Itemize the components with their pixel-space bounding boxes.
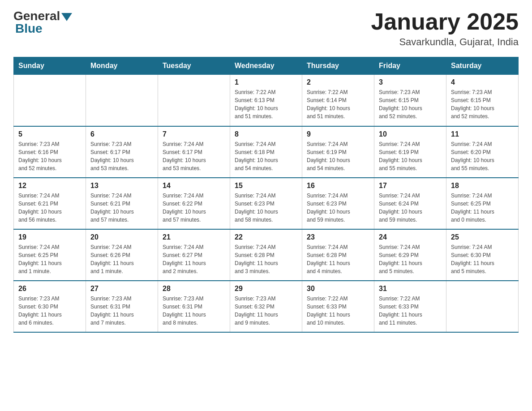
day-number: 25 xyxy=(451,233,514,241)
logo-blue-text: Blue xyxy=(15,21,43,36)
calendar-cell: 24Sunrise: 7:24 AM Sunset: 6:29 PM Dayli… xyxy=(374,229,446,281)
day-info: Sunrise: 7:24 AM Sunset: 6:19 PM Dayligh… xyxy=(307,140,369,172)
day-number: 17 xyxy=(379,182,442,190)
day-of-week-header: Tuesday xyxy=(158,57,230,75)
day-number: 26 xyxy=(18,285,81,293)
day-number: 4 xyxy=(451,78,514,86)
day-info: Sunrise: 7:24 AM Sunset: 6:30 PM Dayligh… xyxy=(451,243,514,275)
calendar-week-row: 5Sunrise: 7:23 AM Sunset: 6:16 PM Daylig… xyxy=(14,126,519,178)
calendar-cell: 4Sunrise: 7:23 AM Sunset: 6:15 PM Daylig… xyxy=(446,75,519,126)
calendar-table: SundayMondayTuesdayWednesdayThursdayFrid… xyxy=(13,57,519,333)
day-info: Sunrise: 7:24 AM Sunset: 6:21 PM Dayligh… xyxy=(90,192,153,224)
day-number: 16 xyxy=(307,182,369,190)
day-info: Sunrise: 7:24 AM Sunset: 6:18 PM Dayligh… xyxy=(235,140,297,172)
calendar-cell: 7Sunrise: 7:24 AM Sunset: 6:17 PM Daylig… xyxy=(158,126,230,178)
calendar-cell: 31Sunrise: 7:22 AM Sunset: 6:33 PM Dayli… xyxy=(374,281,446,332)
calendar-week-row: 26Sunrise: 7:23 AM Sunset: 6:30 PM Dayli… xyxy=(14,281,519,332)
calendar-cell xyxy=(446,281,519,332)
calendar-cell xyxy=(14,75,86,126)
calendar-cell: 18Sunrise: 7:24 AM Sunset: 6:25 PM Dayli… xyxy=(446,178,519,229)
calendar-cell: 3Sunrise: 7:23 AM Sunset: 6:15 PM Daylig… xyxy=(374,75,446,126)
day-number: 12 xyxy=(18,182,81,190)
day-info: Sunrise: 7:22 AM Sunset: 6:33 PM Dayligh… xyxy=(307,295,369,327)
day-number: 1 xyxy=(235,78,297,86)
calendar-cell: 30Sunrise: 7:22 AM Sunset: 6:33 PM Dayli… xyxy=(302,281,374,332)
calendar-week-row: 19Sunrise: 7:24 AM Sunset: 6:25 PM Dayli… xyxy=(14,229,519,281)
day-number: 19 xyxy=(18,233,81,241)
day-number: 22 xyxy=(235,233,297,241)
day-number: 13 xyxy=(90,182,153,190)
calendar-cell: 1Sunrise: 7:22 AM Sunset: 6:13 PM Daylig… xyxy=(230,75,302,126)
day-info: Sunrise: 7:24 AM Sunset: 6:29 PM Dayligh… xyxy=(379,243,442,275)
day-info: Sunrise: 7:24 AM Sunset: 6:22 PM Dayligh… xyxy=(163,192,225,224)
calendar-cell: 29Sunrise: 7:23 AM Sunset: 6:32 PM Dayli… xyxy=(230,281,302,332)
day-info: Sunrise: 7:24 AM Sunset: 6:21 PM Dayligh… xyxy=(18,192,81,224)
day-number: 7 xyxy=(163,130,225,138)
calendar-cell: 9Sunrise: 7:24 AM Sunset: 6:19 PM Daylig… xyxy=(302,126,374,178)
day-info: Sunrise: 7:24 AM Sunset: 6:19 PM Dayligh… xyxy=(379,140,442,172)
calendar-cell: 8Sunrise: 7:24 AM Sunset: 6:18 PM Daylig… xyxy=(230,126,302,178)
calendar-cell: 27Sunrise: 7:23 AM Sunset: 6:31 PM Dayli… xyxy=(86,281,158,332)
day-of-week-header: Friday xyxy=(374,57,446,75)
day-number: 11 xyxy=(451,130,514,138)
day-info: Sunrise: 7:23 AM Sunset: 6:32 PM Dayligh… xyxy=(235,295,297,327)
day-of-week-header: Thursday xyxy=(302,57,374,75)
calendar-cell: 15Sunrise: 7:24 AM Sunset: 6:23 PM Dayli… xyxy=(230,178,302,229)
day-number: 15 xyxy=(235,182,297,190)
calendar-cell: 13Sunrise: 7:24 AM Sunset: 6:21 PM Dayli… xyxy=(86,178,158,229)
calendar-cell: 10Sunrise: 7:24 AM Sunset: 6:19 PM Dayli… xyxy=(374,126,446,178)
day-info: Sunrise: 7:24 AM Sunset: 6:17 PM Dayligh… xyxy=(163,140,225,172)
day-info: Sunrise: 7:23 AM Sunset: 6:31 PM Dayligh… xyxy=(163,295,225,327)
day-of-week-header: Saturday xyxy=(446,57,519,75)
calendar-cell: 11Sunrise: 7:24 AM Sunset: 6:20 PM Dayli… xyxy=(446,126,519,178)
day-number: 18 xyxy=(451,182,514,190)
calendar-cell: 14Sunrise: 7:24 AM Sunset: 6:22 PM Dayli… xyxy=(158,178,230,229)
page-header: General Blue January 2025 Savarkundla, G… xyxy=(13,9,519,48)
day-number: 20 xyxy=(90,233,153,241)
calendar-cell: 2Sunrise: 7:22 AM Sunset: 6:14 PM Daylig… xyxy=(302,75,374,126)
day-info: Sunrise: 7:24 AM Sunset: 6:27 PM Dayligh… xyxy=(163,243,225,275)
day-of-week-header: Sunday xyxy=(14,57,86,75)
day-number: 3 xyxy=(379,78,442,86)
calendar-cell: 6Sunrise: 7:23 AM Sunset: 6:17 PM Daylig… xyxy=(86,126,158,178)
day-info: Sunrise: 7:22 AM Sunset: 6:14 PM Dayligh… xyxy=(307,88,369,120)
day-info: Sunrise: 7:24 AM Sunset: 6:20 PM Dayligh… xyxy=(451,140,514,172)
calendar-cell: 25Sunrise: 7:24 AM Sunset: 6:30 PM Dayli… xyxy=(446,229,519,281)
day-info: Sunrise: 7:24 AM Sunset: 6:25 PM Dayligh… xyxy=(18,243,81,275)
day-info: Sunrise: 7:24 AM Sunset: 6:23 PM Dayligh… xyxy=(235,192,297,224)
calendar-cell: 20Sunrise: 7:24 AM Sunset: 6:26 PM Dayli… xyxy=(86,229,158,281)
calendar-cell: 12Sunrise: 7:24 AM Sunset: 6:21 PM Dayli… xyxy=(14,178,86,229)
title-block: January 2025 Savarkundla, Gujarat, India xyxy=(371,9,519,48)
day-number: 24 xyxy=(379,233,442,241)
day-number: 8 xyxy=(235,130,297,138)
day-info: Sunrise: 7:23 AM Sunset: 6:30 PM Dayligh… xyxy=(18,295,81,327)
day-number: 5 xyxy=(18,130,81,138)
day-number: 2 xyxy=(307,78,369,86)
calendar-cell: 5Sunrise: 7:23 AM Sunset: 6:16 PM Daylig… xyxy=(14,126,86,178)
calendar-header-row: SundayMondayTuesdayWednesdayThursdayFrid… xyxy=(14,57,519,75)
calendar-cell: 23Sunrise: 7:24 AM Sunset: 6:28 PM Dayli… xyxy=(302,229,374,281)
day-info: Sunrise: 7:23 AM Sunset: 6:16 PM Dayligh… xyxy=(18,140,81,172)
calendar-cell: 16Sunrise: 7:24 AM Sunset: 6:23 PM Dayli… xyxy=(302,178,374,229)
day-info: Sunrise: 7:24 AM Sunset: 6:24 PM Dayligh… xyxy=(379,192,442,224)
day-number: 27 xyxy=(90,285,153,293)
day-info: Sunrise: 7:23 AM Sunset: 6:17 PM Dayligh… xyxy=(90,140,153,172)
calendar-cell: 17Sunrise: 7:24 AM Sunset: 6:24 PM Dayli… xyxy=(374,178,446,229)
calendar-subtitle: Savarkundla, Gujarat, India xyxy=(371,36,519,48)
calendar-cell: 19Sunrise: 7:24 AM Sunset: 6:25 PM Dayli… xyxy=(14,229,86,281)
day-info: Sunrise: 7:24 AM Sunset: 6:28 PM Dayligh… xyxy=(307,243,369,275)
day-info: Sunrise: 7:23 AM Sunset: 6:15 PM Dayligh… xyxy=(451,88,514,120)
day-info: Sunrise: 7:24 AM Sunset: 6:26 PM Dayligh… xyxy=(90,243,153,275)
day-number: 14 xyxy=(163,182,225,190)
calendar-cell: 26Sunrise: 7:23 AM Sunset: 6:30 PM Dayli… xyxy=(14,281,86,332)
day-number: 6 xyxy=(90,130,153,138)
calendar-cell xyxy=(86,75,158,126)
calendar-cell: 28Sunrise: 7:23 AM Sunset: 6:31 PM Dayli… xyxy=(158,281,230,332)
day-number: 31 xyxy=(379,285,442,293)
day-info: Sunrise: 7:23 AM Sunset: 6:15 PM Dayligh… xyxy=(379,88,442,120)
day-info: Sunrise: 7:24 AM Sunset: 6:23 PM Dayligh… xyxy=(307,192,369,224)
day-info: Sunrise: 7:24 AM Sunset: 6:28 PM Dayligh… xyxy=(235,243,297,275)
day-info: Sunrise: 7:22 AM Sunset: 6:13 PM Dayligh… xyxy=(235,88,297,120)
day-number: 21 xyxy=(163,233,225,241)
calendar-week-row: 1Sunrise: 7:22 AM Sunset: 6:13 PM Daylig… xyxy=(14,75,519,126)
